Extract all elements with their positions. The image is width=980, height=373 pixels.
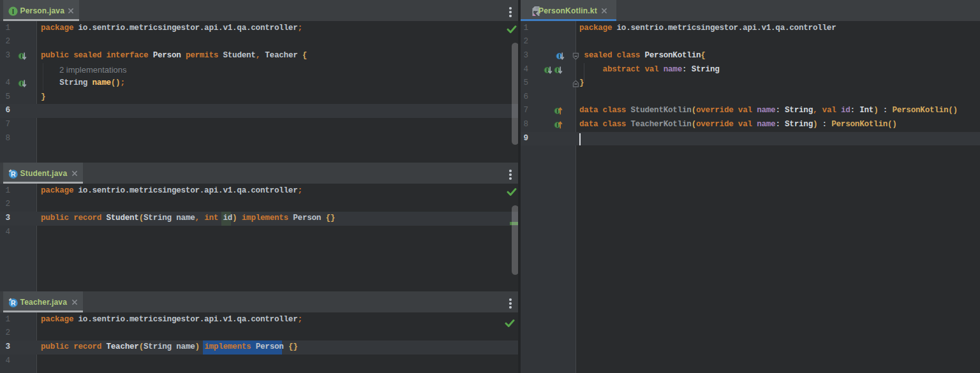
svg-text:R: R [11, 299, 16, 307]
svg-text:I: I [12, 8, 14, 15]
svg-text:R: R [11, 170, 16, 178]
